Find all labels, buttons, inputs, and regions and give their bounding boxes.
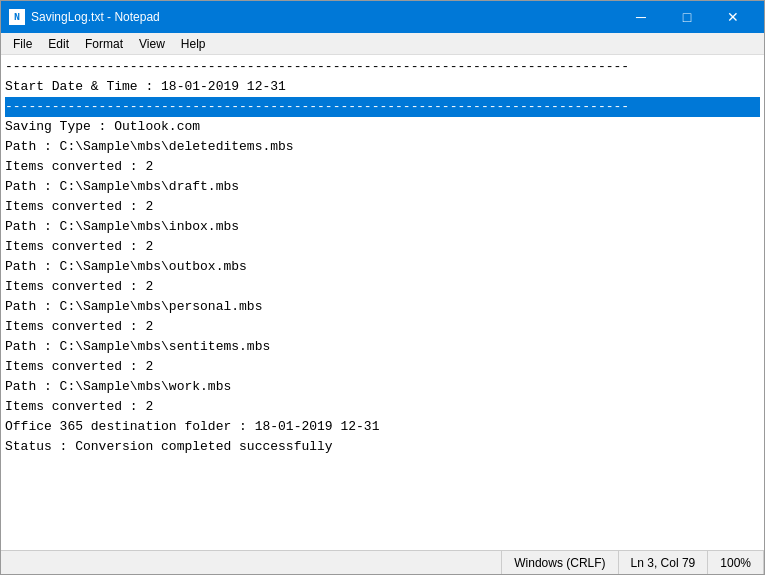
- text-line: ----------------------------------------…: [5, 57, 760, 77]
- text-line: Items converted : 2: [5, 197, 760, 217]
- text-line: Path : C:\Sample\mbs\inbox.mbs: [5, 217, 760, 237]
- text-line: Office 365 destination folder : 18-01-20…: [5, 417, 760, 437]
- status-bar: Windows (CRLF) Ln 3, Col 79 100%: [1, 550, 764, 574]
- text-line: Items converted : 2: [5, 317, 760, 337]
- window-title: SavingLog.txt - Notepad: [31, 10, 618, 24]
- app-icon: N: [9, 9, 25, 25]
- menu-bar: File Edit Format View Help: [1, 33, 764, 55]
- status-position: Ln 3, Col 79: [619, 551, 709, 574]
- menu-edit[interactable]: Edit: [40, 35, 77, 53]
- minimize-icon: ─: [636, 10, 646, 24]
- status-zoom: 100%: [708, 551, 764, 574]
- text-line: Status : Conversion completed successful…: [5, 437, 760, 457]
- menu-format[interactable]: Format: [77, 35, 131, 53]
- text-line: Items converted : 2: [5, 237, 760, 257]
- text-line: Path : C:\Sample\mbs\outbox.mbs: [5, 257, 760, 277]
- window-controls: ─ □ ✕: [618, 1, 756, 33]
- title-bar: N SavingLog.txt - Notepad ─ □ ✕: [1, 1, 764, 33]
- text-line: Path : C:\Sample\mbs\sentitems.mbs: [5, 337, 760, 357]
- text-line: Path : C:\Sample\mbs\deleteditems.mbs: [5, 137, 760, 157]
- text-line: Path : C:\Sample\mbs\draft.mbs: [5, 177, 760, 197]
- menu-help[interactable]: Help: [173, 35, 214, 53]
- text-line: Path : C:\Sample\mbs\personal.mbs: [5, 297, 760, 317]
- text-line: ----------------------------------------…: [5, 97, 760, 117]
- menu-file[interactable]: File: [5, 35, 40, 53]
- text-line: Items converted : 2: [5, 397, 760, 417]
- close-button[interactable]: ✕: [710, 1, 756, 33]
- text-line: Saving Type : Outlook.com: [5, 117, 760, 137]
- status-empty: [1, 551, 502, 574]
- minimize-button[interactable]: ─: [618, 1, 664, 33]
- text-line: Items converted : 2: [5, 277, 760, 297]
- notepad-window: N SavingLog.txt - Notepad ─ □ ✕ File Edi…: [0, 0, 765, 575]
- close-icon: ✕: [727, 10, 739, 24]
- text-line: Items converted : 2: [5, 357, 760, 377]
- maximize-icon: □: [683, 10, 691, 24]
- text-line: Items converted : 2: [5, 157, 760, 177]
- text-editor-content[interactable]: ----------------------------------------…: [1, 55, 764, 550]
- maximize-button[interactable]: □: [664, 1, 710, 33]
- status-line-ending: Windows (CRLF): [502, 551, 618, 574]
- text-line: Start Date & Time : 18-01-2019 12-31: [5, 77, 760, 97]
- text-line: Path : C:\Sample\mbs\work.mbs: [5, 377, 760, 397]
- menu-view[interactable]: View: [131, 35, 173, 53]
